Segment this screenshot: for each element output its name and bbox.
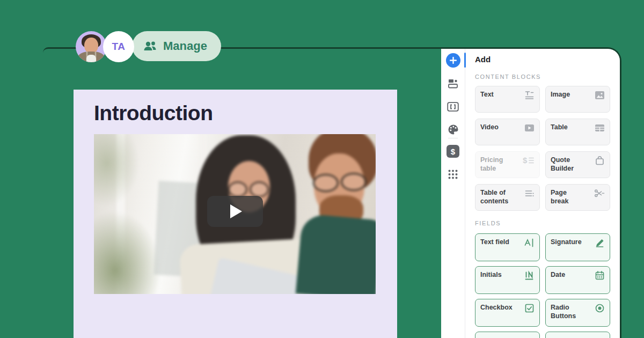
fields-section-label: FIELDS (475, 220, 610, 226)
block-card-image[interactable]: Image (545, 86, 610, 113)
quote-builder-icon (595, 156, 605, 174)
rail-divider (448, 138, 458, 138)
signature-icon (595, 238, 605, 257)
content-blocks-tab-button[interactable] (441, 78, 465, 89)
manage-button[interactable]: Manage (132, 31, 221, 61)
fields-grid: Text field Signature Init (475, 233, 610, 338)
field-card-checkbox[interactable]: Checkbox (475, 299, 540, 327)
field-card-text-field[interactable]: Text field (475, 233, 540, 261)
palette-icon (448, 124, 459, 135)
date-icon (595, 270, 605, 290)
screenshot-root: Introduction Pricing table (0, 0, 644, 338)
page-break-icon (594, 188, 605, 207)
table-icon (595, 123, 605, 141)
variables-brackets-icon (447, 102, 459, 112)
apps-grid-icon (448, 169, 458, 180)
video-icon (524, 123, 535, 141)
block-card-page-break[interactable]: Page break (545, 184, 610, 211)
collaborator-avatar[interactable]: TA (103, 31, 134, 62)
add-tab-button[interactable] (441, 53, 465, 68)
user-avatar[interactable] (76, 31, 107, 62)
content-blocks-section-label: CONTENT BLOCKS (475, 74, 610, 80)
field-card-initials[interactable]: Initials (475, 266, 540, 294)
radio-buttons-icon (595, 303, 605, 322)
block-card-pricing-table[interactable]: Pricing table $ (475, 151, 540, 178)
design-tab-button[interactable] (441, 124, 465, 135)
people-icon (143, 40, 158, 53)
pricing-table-icon: $ (523, 156, 535, 174)
content-blocks-grid: Text Image (475, 86, 610, 211)
sidebar-icon-rail: $ (441, 49, 465, 338)
video-thumbnail (94, 134, 376, 294)
apps-tab-button[interactable] (441, 169, 465, 180)
block-card-table[interactable]: Table (545, 119, 610, 145)
block-card-table-of-contents[interactable]: Table of contents (475, 184, 540, 211)
block-card-video[interactable]: Video (475, 119, 540, 145)
document-title: Introduction (94, 101, 213, 125)
text-icon (524, 90, 535, 108)
field-card-date[interactable]: Date (545, 266, 610, 294)
field-card-partial[interactable] (545, 332, 610, 338)
text-field-icon (524, 238, 535, 257)
dollar-icon: $ (447, 145, 459, 158)
active-tab-indicator (464, 53, 466, 68)
variables-tab-button[interactable] (441, 102, 465, 112)
table-of-contents-icon (524, 188, 535, 207)
add-panel: Add CONTENT BLOCKS Text Image (465, 49, 620, 338)
document-page: Introduction Pricing table (74, 90, 397, 338)
image-icon (595, 90, 605, 108)
initials-icon (524, 270, 535, 290)
manage-label: Manage (163, 39, 207, 53)
block-card-quote-builder[interactable]: Quote Builder (545, 151, 610, 178)
panel-title: Add (475, 55, 610, 64)
content-blocks-icon (448, 78, 458, 89)
play-button[interactable] (207, 196, 263, 227)
field-card-partial[interactable] (475, 332, 540, 338)
field-card-radio-buttons[interactable]: Radio Buttons (545, 299, 610, 327)
pricing-tab-button[interactable]: $ (441, 145, 465, 158)
add-sidebar: $ Add CONTENT BLOCKS Text (441, 49, 620, 338)
plus-icon (446, 53, 460, 68)
play-icon (230, 204, 242, 218)
svg-text:$: $ (523, 156, 528, 165)
checkbox-icon (524, 303, 535, 322)
field-card-signature[interactable]: Signature (545, 233, 610, 261)
block-card-text[interactable]: Text (475, 86, 540, 113)
